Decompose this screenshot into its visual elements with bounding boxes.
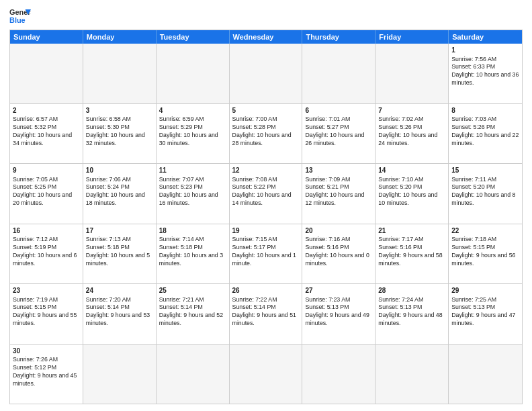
cell-info: Sunrise: 7:00 AM Sunset: 5:28 PM Dayligh… <box>232 116 300 148</box>
cell-info: Sunrise: 7:13 AM Sunset: 5:18 PM Dayligh… <box>86 236 153 268</box>
day-number: 9 <box>13 166 80 175</box>
cell-info: Sunrise: 6:57 AM Sunset: 5:32 PM Dayligh… <box>13 116 80 148</box>
day-number: 3 <box>86 106 153 116</box>
calendar-cell-empty <box>230 44 303 103</box>
cell-info: Sunrise: 7:24 AM Sunset: 5:13 PM Dayligh… <box>378 296 445 328</box>
cell-info: Sunrise: 7:06 AM Sunset: 5:24 PM Dayligh… <box>86 176 153 208</box>
cell-info: Sunrise: 7:19 AM Sunset: 5:15 PM Dayligh… <box>13 296 80 328</box>
header: General Blue <box>9 7 523 26</box>
calendar-cell: 8Sunrise: 7:03 AM Sunset: 5:26 PM Daylig… <box>449 104 522 164</box>
day-number: 11 <box>159 166 226 175</box>
cell-info: Sunrise: 7:16 AM Sunset: 5:16 PM Dayligh… <box>305 236 372 268</box>
calendar-cell: 7Sunrise: 7:02 AM Sunset: 5:26 PM Daylig… <box>375 104 449 164</box>
cell-info: Sunrise: 7:10 AM Sunset: 5:20 PM Dayligh… <box>378 176 445 208</box>
cell-info: Sunrise: 7:12 AM Sunset: 5:19 PM Dayligh… <box>13 236 80 268</box>
day-number: 17 <box>86 226 153 236</box>
calendar-cell: 5Sunrise: 7:00 AM Sunset: 5:28 PM Daylig… <box>230 104 303 164</box>
day-number: 4 <box>159 106 226 116</box>
calendar-week-row: 2Sunrise: 6:57 AM Sunset: 5:32 PM Daylig… <box>10 104 522 165</box>
calendar-cell-empty <box>83 44 157 103</box>
day-number: 22 <box>451 226 519 236</box>
day-number: 29 <box>451 286 519 295</box>
cell-info: Sunrise: 7:01 AM Sunset: 5:27 PM Dayligh… <box>305 116 372 148</box>
day-number: 1 <box>451 46 519 55</box>
generalblue-logo-icon: General Blue <box>9 7 31 26</box>
cell-info: Sunrise: 6:59 AM Sunset: 5:29 PM Dayligh… <box>159 116 226 148</box>
calendar-cell: 18Sunrise: 7:14 AM Sunset: 5:18 PM Dayli… <box>157 224 230 284</box>
day-number: 16 <box>13 226 80 236</box>
cell-info: Sunrise: 7:20 AM Sunset: 5:14 PM Dayligh… <box>86 296 153 328</box>
calendar-cell: 19Sunrise: 7:15 AM Sunset: 5:17 PM Dayli… <box>230 224 303 284</box>
calendar-cell: 25Sunrise: 7:21 AM Sunset: 5:14 PM Dayli… <box>157 284 230 344</box>
cell-info: Sunrise: 7:05 AM Sunset: 5:25 PM Dayligh… <box>13 176 80 208</box>
cell-info: Sunrise: 7:02 AM Sunset: 5:26 PM Dayligh… <box>378 116 445 148</box>
day-number: 2 <box>13 106 80 116</box>
cell-info: Sunrise: 7:56 AM Sunset: 6:33 PM Dayligh… <box>451 56 519 88</box>
day-number: 5 <box>232 106 300 116</box>
calendar-cell: 14Sunrise: 7:10 AM Sunset: 5:20 PM Dayli… <box>375 164 449 224</box>
calendar-cell: 11Sunrise: 7:07 AM Sunset: 5:23 PM Dayli… <box>157 164 230 224</box>
calendar-cell: 12Sunrise: 7:08 AM Sunset: 5:22 PM Dayli… <box>230 164 303 224</box>
day-number: 30 <box>13 347 80 356</box>
calendar-header-cell: Thursday <box>302 30 375 44</box>
svg-text:Blue: Blue <box>9 16 26 24</box>
calendar-cell: 26Sunrise: 7:22 AM Sunset: 5:14 PM Dayli… <box>230 284 303 344</box>
day-number: 26 <box>232 286 300 295</box>
day-number: 13 <box>305 166 372 175</box>
calendar-cell-empty <box>302 44 375 103</box>
cell-info: Sunrise: 7:07 AM Sunset: 5:23 PM Dayligh… <box>159 176 226 208</box>
day-number: 27 <box>305 286 372 295</box>
day-number: 25 <box>159 286 226 295</box>
cell-info: Sunrise: 7:23 AM Sunset: 5:13 PM Dayligh… <box>305 296 372 328</box>
calendar-header-cell: Tuesday <box>157 30 230 44</box>
cell-info: Sunrise: 7:26 AM Sunset: 5:12 PM Dayligh… <box>13 356 80 388</box>
calendar-cell-empty <box>230 345 303 404</box>
calendar-week-row: 1Sunrise: 7:56 AM Sunset: 6:33 PM Daylig… <box>10 44 522 104</box>
calendar-body: 1Sunrise: 7:56 AM Sunset: 6:33 PM Daylig… <box>10 44 522 404</box>
calendar-cell-empty <box>375 44 449 103</box>
calendar-header-cell: Saturday <box>449 30 522 44</box>
day-number: 14 <box>378 166 445 175</box>
day-number: 15 <box>451 166 519 175</box>
day-number: 18 <box>159 226 226 236</box>
calendar-cell: 29Sunrise: 7:25 AM Sunset: 5:13 PM Dayli… <box>449 284 522 344</box>
cell-info: Sunrise: 7:03 AM Sunset: 5:26 PM Dayligh… <box>451 116 519 148</box>
calendar-cell: 1Sunrise: 7:56 AM Sunset: 6:33 PM Daylig… <box>449 44 522 103</box>
calendar-week-row: 9Sunrise: 7:05 AM Sunset: 5:25 PM Daylig… <box>10 164 522 224</box>
day-number: 28 <box>378 286 445 295</box>
day-number: 7 <box>378 106 445 116</box>
calendar-header-cell: Sunday <box>10 30 83 44</box>
calendar-cell: 24Sunrise: 7:20 AM Sunset: 5:14 PM Dayli… <box>83 284 157 344</box>
calendar-cell: 6Sunrise: 7:01 AM Sunset: 5:27 PM Daylig… <box>302 104 375 164</box>
calendar-week-row: 23Sunrise: 7:19 AM Sunset: 5:15 PM Dayli… <box>10 284 522 345</box>
calendar-cell: 21Sunrise: 7:17 AM Sunset: 5:16 PM Dayli… <box>375 224 449 284</box>
calendar-cell: 28Sunrise: 7:24 AM Sunset: 5:13 PM Dayli… <box>375 284 449 344</box>
calendar-cell: 15Sunrise: 7:11 AM Sunset: 5:20 PM Dayli… <box>449 164 522 224</box>
cell-info: Sunrise: 7:15 AM Sunset: 5:17 PM Dayligh… <box>232 236 300 268</box>
day-number: 12 <box>232 166 300 175</box>
calendar-cell-empty <box>83 345 157 404</box>
calendar-cell: 13Sunrise: 7:09 AM Sunset: 5:21 PM Dayli… <box>302 164 375 224</box>
calendar-week-row: 30Sunrise: 7:26 AM Sunset: 5:12 PM Dayli… <box>10 345 522 404</box>
calendar-cell: 20Sunrise: 7:16 AM Sunset: 5:16 PM Dayli… <box>302 224 375 284</box>
calendar-cell: 16Sunrise: 7:12 AM Sunset: 5:19 PM Dayli… <box>10 224 83 284</box>
calendar-cell-empty <box>157 44 230 103</box>
cell-info: Sunrise: 7:17 AM Sunset: 5:16 PM Dayligh… <box>378 236 445 268</box>
calendar-cell: 23Sunrise: 7:19 AM Sunset: 5:15 PM Dayli… <box>10 284 83 344</box>
day-number: 8 <box>451 106 519 116</box>
day-number: 21 <box>378 226 445 236</box>
day-number: 20 <box>305 226 372 236</box>
cell-info: Sunrise: 7:22 AM Sunset: 5:14 PM Dayligh… <box>232 296 300 328</box>
page: General Blue SundayMondayTuesdayWednesda… <box>0 0 532 411</box>
calendar-cell-empty <box>157 345 230 404</box>
cell-info: Sunrise: 7:25 AM Sunset: 5:13 PM Dayligh… <box>451 296 519 328</box>
cell-info: Sunrise: 7:09 AM Sunset: 5:21 PM Dayligh… <box>305 176 372 208</box>
calendar-cell-empty <box>375 345 449 404</box>
cell-info: Sunrise: 7:21 AM Sunset: 5:14 PM Dayligh… <box>159 296 226 328</box>
day-number: 23 <box>13 286 80 295</box>
calendar-cell: 22Sunrise: 7:18 AM Sunset: 5:15 PM Dayli… <box>449 224 522 284</box>
calendar-cell-empty <box>302 345 375 404</box>
day-number: 24 <box>86 286 153 295</box>
calendar-header-cell: Wednesday <box>230 30 303 44</box>
calendar-header-cell: Friday <box>375 30 449 44</box>
